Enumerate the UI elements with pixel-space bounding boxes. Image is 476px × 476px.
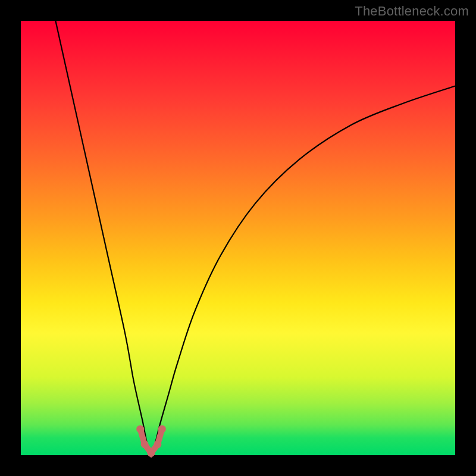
curve-layer bbox=[21, 21, 455, 455]
valley-marker-dot bbox=[158, 425, 166, 433]
curve-right-branch bbox=[151, 86, 455, 456]
valley-marker-dot bbox=[148, 449, 155, 457]
valley-marker-dot bbox=[154, 440, 161, 448]
curve-left-branch bbox=[55, 21, 151, 455]
plot-area bbox=[21, 21, 455, 455]
valley-marker-dot bbox=[141, 440, 149, 448]
valley-marker-dot bbox=[136, 425, 144, 433]
watermark-text: TheBottleneck.com bbox=[355, 4, 469, 19]
chart-stage: TheBottleneck.com bbox=[0, 0, 476, 476]
